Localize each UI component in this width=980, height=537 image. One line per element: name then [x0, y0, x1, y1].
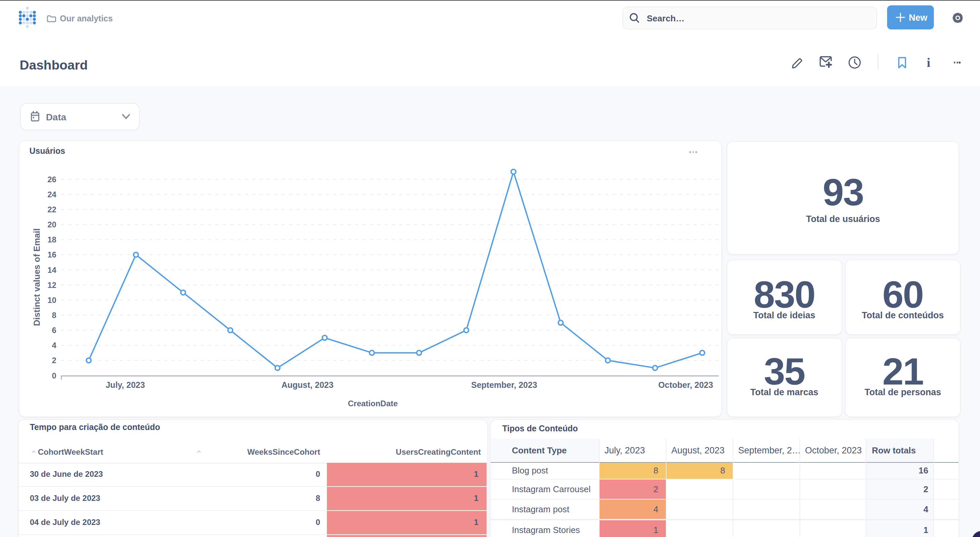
svg-text:4: 4: [52, 341, 57, 350]
svg-text:14: 14: [48, 266, 56, 274]
svg-text:26: 26: [48, 175, 56, 184]
svg-text:September, 2023: September, 2023: [471, 380, 537, 390]
svg-text:22: 22: [48, 205, 56, 214]
svg-text:CreationDate: CreationDate: [348, 399, 398, 408]
svg-text:July, 2023: July, 2023: [106, 380, 145, 390]
svg-text:24: 24: [48, 190, 56, 199]
svg-text:16: 16: [48, 250, 56, 259]
svg-text:Distinct values of Email: Distinct values of Email: [32, 228, 42, 326]
svg-text:6: 6: [52, 326, 56, 335]
svg-text:August, 2023: August, 2023: [282, 380, 334, 390]
svg-text:October, 2023: October, 2023: [659, 380, 713, 390]
svg-text:18: 18: [48, 235, 56, 244]
svg-text:12: 12: [48, 280, 56, 290]
svg-text:8: 8: [52, 311, 56, 320]
svg-text:2: 2: [52, 356, 56, 365]
svg-text:0: 0: [52, 371, 56, 380]
svg-text:10: 10: [48, 296, 56, 304]
svg-text:20: 20: [48, 220, 56, 229]
